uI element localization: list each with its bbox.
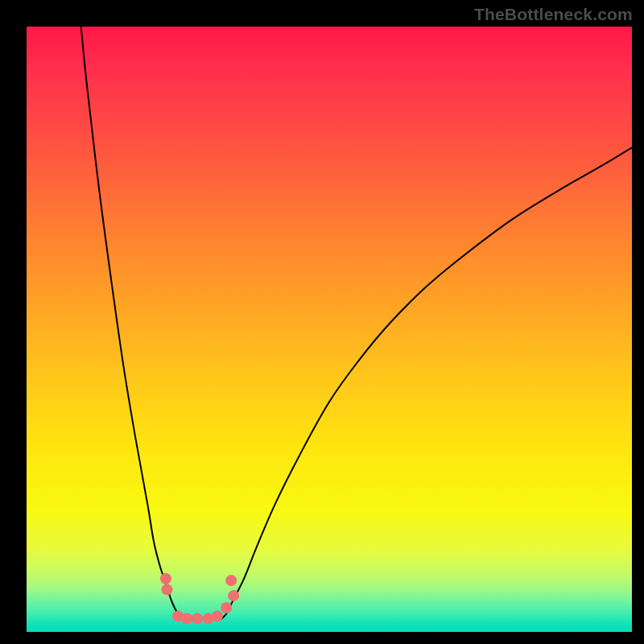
trough-marker bbox=[212, 610, 223, 621]
trough-marker bbox=[161, 584, 172, 595]
chart-frame: TheBottleneck.com bbox=[0, 0, 644, 644]
trough-marker bbox=[225, 575, 237, 586]
curve-left-curve bbox=[81, 27, 184, 620]
watermark-text: TheBottleneck.com bbox=[474, 5, 633, 24]
curve-right-curve bbox=[221, 147, 632, 620]
trough-marker bbox=[221, 602, 232, 613]
chart-svg bbox=[27, 27, 632, 632]
trough-marker bbox=[228, 590, 239, 601]
marker-layer bbox=[160, 573, 239, 625]
trough-marker bbox=[160, 573, 171, 584]
trough-marker bbox=[181, 613, 192, 624]
trough-marker bbox=[192, 613, 203, 624]
plot-area bbox=[27, 27, 632, 632]
curve-layer bbox=[81, 27, 632, 620]
